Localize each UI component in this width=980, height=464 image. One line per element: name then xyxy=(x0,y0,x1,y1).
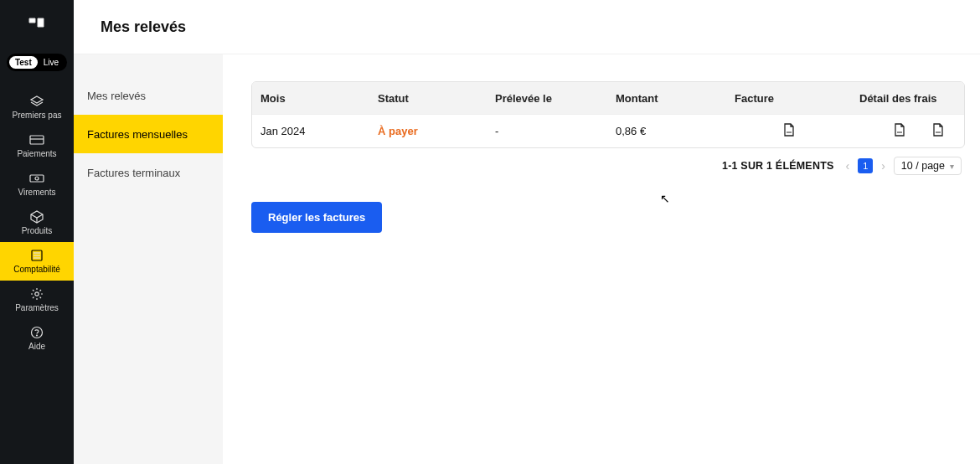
cell-month: Jan 2024 xyxy=(252,125,369,137)
nav-item-transfers[interactable]: Virements xyxy=(0,165,74,204)
svg-point-10 xyxy=(37,335,38,336)
svg-rect-0 xyxy=(30,136,44,144)
card-icon xyxy=(28,133,45,147)
svg-point-8 xyxy=(35,292,39,296)
main-content: Mois Statut Prélevée le Montant Facture … xyxy=(223,54,980,464)
table-row: Jan 2024 À payer - 0,86 € xyxy=(252,114,964,147)
cell-status: À payer xyxy=(369,125,487,137)
brand-logo xyxy=(27,15,47,35)
pagination-per-page[interactable]: 10 / page ▾ xyxy=(894,157,962,175)
sidebar-item-statements[interactable]: Mes relevés xyxy=(74,76,223,115)
pagination-next[interactable]: › xyxy=(879,159,887,173)
invoices-table: Mois Statut Prélevée le Montant Facture … xyxy=(251,81,965,148)
sidebar-item-monthly-invoices[interactable]: Factures mensuelles xyxy=(74,115,223,153)
page-header: Mes relevés xyxy=(74,0,980,54)
secondary-sidebar: Mes relevés Factures mensuelles Factures… xyxy=(74,54,223,464)
box-icon xyxy=(28,210,45,224)
nav-item-payments[interactable]: Paiements xyxy=(0,126,74,165)
cell-invoice xyxy=(726,122,851,140)
help-icon xyxy=(28,326,45,339)
svg-point-3 xyxy=(35,177,39,180)
pagination-summary: 1-1 SUR 1 ÉLÉMENTS xyxy=(722,160,834,172)
pay-invoices-button[interactable]: Régler les factures xyxy=(251,202,382,233)
gear-icon xyxy=(28,287,45,301)
pagination-page-1[interactable]: 1 xyxy=(858,158,873,173)
pagination-prev[interactable]: ‹ xyxy=(844,159,852,173)
mode-test[interactable]: Test xyxy=(9,56,38,69)
page-title: Mes relevés xyxy=(101,18,186,36)
cell-amount: 0,86 € xyxy=(607,125,726,137)
nav-item-products[interactable]: Produits xyxy=(0,204,74,242)
layers-icon xyxy=(28,95,45,108)
download-pdf-icon[interactable] xyxy=(781,122,797,140)
banknote-icon xyxy=(28,172,45,185)
download-xls-icon[interactable] xyxy=(931,122,946,140)
chevron-down-icon: ▾ xyxy=(950,162,954,171)
primary-nav: Test Live Premiers pas Paiements Viremen… xyxy=(0,0,74,464)
cell-detail xyxy=(851,122,964,140)
mode-live[interactable]: Live xyxy=(38,56,64,69)
nav-item-onboarding[interactable]: Premiers pas xyxy=(0,88,74,126)
nav-item-accounting[interactable]: Comptabilité xyxy=(0,242,74,281)
col-amount: Montant xyxy=(607,92,726,105)
col-detail: Détail des frais xyxy=(851,92,964,105)
mode-toggle[interactable]: Test Live xyxy=(7,54,67,71)
svg-rect-2 xyxy=(30,175,44,182)
col-debited: Prélevée le xyxy=(487,92,607,105)
download-csv-icon[interactable] xyxy=(892,122,907,140)
pagination: 1-1 SUR 1 ÉLÉMENTS ‹ 1 › 10 / page ▾ xyxy=(251,148,965,183)
sidebar-item-terminal-invoices[interactable]: Factures terminaux xyxy=(74,153,223,192)
nav-item-settings[interactable]: Paramètres xyxy=(0,281,74,319)
col-status: Statut xyxy=(369,92,487,105)
table-header-row: Mois Statut Prélevée le Montant Facture … xyxy=(252,82,964,114)
calculator-icon xyxy=(28,249,45,262)
cell-debited: - xyxy=(487,125,607,137)
nav-item-help[interactable]: Aide xyxy=(0,319,74,358)
col-invoice: Facture xyxy=(726,92,851,105)
col-month: Mois xyxy=(252,92,369,105)
